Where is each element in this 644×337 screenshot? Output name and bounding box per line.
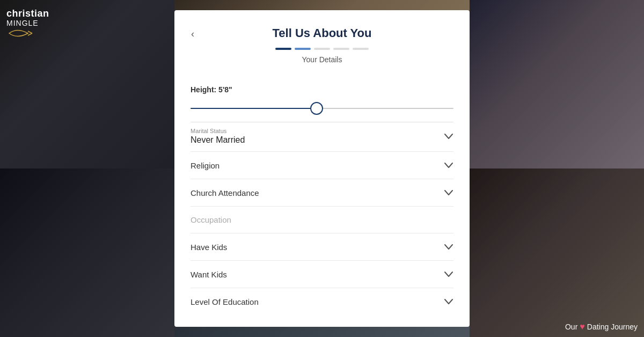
want-kids-dropdown[interactable]: Want Kids xyxy=(191,261,453,288)
marital-status-row-content: Marital Status Never Married xyxy=(191,128,453,145)
want-kids-chevron-icon xyxy=(444,269,453,279)
progress-dot-3 xyxy=(314,48,330,50)
religion-right xyxy=(444,160,453,170)
progress-dot-1 xyxy=(275,48,291,50)
bg-photo-4 xyxy=(0,169,174,337)
level-of-education-right xyxy=(444,297,453,306)
progress-dot-2 xyxy=(295,48,311,50)
svg-line-1 xyxy=(28,33,32,35)
have-kids-dropdown[interactable]: Have Kids xyxy=(191,233,453,261)
dating-journey-text: Dating Journey xyxy=(587,323,638,331)
height-label: Height: 5'8" xyxy=(191,85,453,94)
marital-status-value: Never Married xyxy=(191,135,245,145)
marital-status-chevron-icon xyxy=(444,131,453,141)
have-kids-right xyxy=(444,242,453,252)
progress-dot-4 xyxy=(333,48,349,50)
have-kids-chevron-icon xyxy=(444,242,453,252)
progress-indicator xyxy=(191,48,453,50)
height-section: Height: 5'8" xyxy=(191,78,453,122)
want-kids-right xyxy=(444,269,453,279)
modal-subtitle: Your Details xyxy=(191,55,453,64)
church-attendance-dropdown[interactable]: Church Attendance xyxy=(191,179,453,207)
back-chevron-icon: ‹ xyxy=(191,28,194,40)
back-button[interactable]: ‹ xyxy=(185,26,200,41)
fish-icon xyxy=(6,28,39,40)
occupation-label: Occupation xyxy=(191,215,231,224)
modal-title: Tell Us About You xyxy=(191,26,453,40)
modal-header: ‹ Tell Us About You Your Details xyxy=(174,10,470,72)
church-attendance-chevron-icon xyxy=(444,188,453,197)
marital-status-dropdown[interactable]: Marital Status Never Married xyxy=(191,122,453,152)
dating-journey-label: Our ♥ Dating Journey xyxy=(565,322,638,332)
height-slider-container[interactable] xyxy=(191,100,453,116)
marital-status-label: Marital Status xyxy=(191,128,245,134)
level-of-education-label: Level Of Education xyxy=(191,297,259,306)
bg-photo-6 xyxy=(470,169,644,337)
profile-modal: ‹ Tell Us About You Your Details Height:… xyxy=(174,10,470,327)
progress-dot-5 xyxy=(353,48,369,50)
svg-line-0 xyxy=(28,31,32,33)
logo: christian MINGLE xyxy=(6,9,49,40)
religion-dropdown[interactable]: Religion xyxy=(191,152,453,179)
level-of-education-chevron-icon xyxy=(444,297,453,306)
level-of-education-dropdown[interactable]: Level Of Education xyxy=(191,288,453,315)
bg-photo-3 xyxy=(470,0,644,169)
religion-chevron-icon xyxy=(444,160,453,170)
logo-christian: christian xyxy=(6,9,49,19)
have-kids-label: Have Kids xyxy=(191,243,227,252)
logo-mingle: MINGLE xyxy=(6,19,49,27)
religion-label: Religion xyxy=(191,161,219,170)
our-label: Our xyxy=(565,323,577,331)
want-kids-label: Want Kids xyxy=(191,270,227,279)
marital-status-col: Marital Status Never Married xyxy=(191,128,245,145)
occupation-field[interactable]: Occupation xyxy=(191,207,453,233)
height-text: Height: xyxy=(191,85,216,94)
modal-body: Height: 5'8" Marital Status Never Marrie… xyxy=(174,72,470,320)
height-value: 5'8" xyxy=(218,85,232,94)
church-attendance-right xyxy=(444,188,453,197)
heart-icon: ♥ xyxy=(580,322,585,332)
church-attendance-label: Church Attendance xyxy=(191,188,259,197)
